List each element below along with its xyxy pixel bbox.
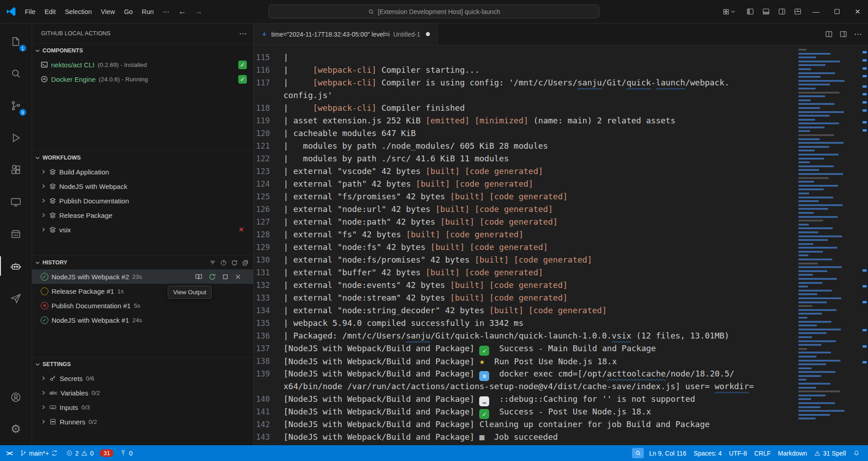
code-line[interactable]: 124| external "path" 42 bytes [built] [c… (254, 178, 788, 190)
minimap[interactable] (796, 45, 847, 445)
history-header[interactable]: HISTORY (32, 256, 253, 269)
code-line[interactable]: 128| external "fs" 42 bytes [built] [cod… (254, 228, 788, 241)
zoom-status-icon[interactable] (632, 448, 644, 458)
workflow-item[interactable]: Release Package (32, 208, 253, 222)
component-ok-checkbox[interactable] (238, 75, 247, 84)
setting-item[interactable]: Variables 0/2 (32, 386, 253, 400)
setting-item[interactable]: Inputs 0/3 (32, 400, 253, 414)
code-line[interactable]: 134| external "node:string_decoder" 42 b… (254, 304, 788, 317)
workflow-item[interactable]: Publish Documentation (32, 193, 253, 208)
ports-item[interactable]: 0 (116, 445, 136, 461)
activity-containers[interactable] (0, 218, 32, 250)
history-item[interactable]: Publish Documentation #1 5s (32, 298, 253, 313)
activity-remote-explorer[interactable] (0, 186, 32, 218)
encoding[interactable]: UTF-8 (726, 450, 751, 457)
close-button[interactable]: ✕ (847, 0, 868, 23)
menu-edit[interactable]: Edit (40, 6, 60, 18)
activity-search[interactable] (0, 57, 32, 89)
workflows-header[interactable]: WORKFLOWS (32, 151, 253, 165)
code-line[interactable]: 129| external "node:fs" 42 bytes [built]… (254, 241, 788, 254)
language-mode[interactable]: Markdown (774, 450, 811, 457)
modified-dot-icon[interactable] (426, 32, 430, 36)
overview-ruler[interactable] (861, 45, 868, 445)
toggle-sidebar-icon[interactable] (742, 8, 758, 15)
menu-go[interactable]: Go (119, 6, 137, 18)
history-item[interactable]: NodeJS with Webpack #2 23s (32, 269, 253, 284)
problems-item[interactable]: 2 0 (62, 445, 97, 461)
activity-run-debug[interactable] (0, 122, 32, 154)
history-item[interactable]: Release Package #1 1s (32, 284, 253, 298)
code-line[interactable]: 115| (254, 51, 788, 64)
code-line[interactable]: x64/bin/node /var/run/act/actions/action… (254, 380, 788, 393)
code-line[interactable]: 126| external "node:url" 42 bytes [built… (254, 203, 788, 216)
activity-paper-plane[interactable] (0, 282, 32, 314)
setting-item[interactable]: Runners 0/2 (32, 414, 253, 429)
workflow-item[interactable]: vsix (32, 222, 253, 237)
stop-icon[interactable] (222, 273, 229, 280)
filter-icon[interactable] (209, 259, 216, 266)
code-line[interactable]: 142[NodeJS with Webpack/Build and Packag… (254, 418, 788, 431)
code-line[interactable]: 141[NodeJS with Webpack/Build and Packag… (254, 405, 788, 418)
workflow-item[interactable]: NodeJS with Webpack (32, 179, 253, 193)
remote-indicator[interactable]: >< (5, 445, 15, 461)
menu-selection[interactable]: Selection (60, 6, 96, 18)
command-center-search[interactable]: [Extension Development Host] quick-launc… (269, 5, 599, 19)
tab-untitled-1[interactable]: time="2024-11-17T18:32:43-05:00" level=i… (254, 24, 438, 45)
component-ok-checkbox[interactable] (238, 61, 247, 69)
spell-error-badge[interactable]: 31 (100, 449, 113, 457)
toggle-secondary-sidebar-icon[interactable] (774, 8, 790, 15)
code-line[interactable]: 135| webpack 5.94.0 compiled successfull… (254, 317, 788, 329)
editor-code[interactable]: 115|116| [webpack-cli] Compiler starting… (254, 45, 788, 445)
maximize-button[interactable] (826, 0, 847, 23)
spell-status[interactable]: 31 Spell (811, 450, 849, 457)
refresh-icon[interactable] (231, 259, 238, 266)
component-item[interactable]: Docker Engine (24.0.6) - Running (32, 72, 253, 86)
code-line[interactable]: 133| external "node:stream" 42 bytes [bu… (254, 292, 788, 304)
code-line[interactable]: 143[NodeJS with Webpack/Build and Packag… (254, 431, 788, 443)
workflow-item[interactable]: Build Application (32, 165, 253, 179)
nav-forward-icon[interactable]: → (190, 7, 207, 16)
nav-back-icon[interactable]: ← (174, 7, 190, 16)
code-line[interactable]: 121| modules by path ./node_modules/ 605… (254, 140, 788, 152)
code-line[interactable]: 122| modules by path ./src/ 41.6 KiB 11 … (254, 152, 788, 165)
component-item[interactable]: nektos/act CLI (0.2.69) - Installed (32, 57, 253, 72)
activity-source-control[interactable]: 9 (0, 89, 32, 122)
history-item[interactable]: NodeJS with Webpack #1 24s (32, 313, 253, 327)
cursor-position[interactable]: Ln 9, Col 116 (646, 450, 690, 457)
code-line[interactable]: 131| external "buffer" 42 bytes [built] … (254, 266, 788, 279)
code-line[interactable]: 138[NodeJS with Webpack/Build and Packag… (254, 355, 788, 367)
view-output-icon[interactable] (195, 273, 203, 281)
menu-view[interactable]: View (96, 6, 119, 18)
code-line[interactable]: 117| [webpack-cli] Compiler is using con… (254, 76, 788, 89)
code-line[interactable]: 116| [webpack-cli] Compiler starting... (254, 64, 788, 76)
git-branch-item[interactable]: main*+ (16, 445, 61, 461)
components-header[interactable]: COMPONENTS (32, 44, 253, 57)
code-line[interactable]: 118| [webpack-cli] Compiler finished (254, 102, 788, 114)
restart-icon[interactable] (208, 273, 216, 281)
code-line[interactable]: 132| external "node:events" 42 bytes [bu… (254, 279, 788, 292)
more-menus-button[interactable]: ⋯ (158, 6, 174, 18)
code-line[interactable]: 119| asset extension.js 252 KiB [emitted… (254, 114, 788, 127)
activity-extensions[interactable] (0, 154, 32, 186)
customize-layout-icon[interactable] (790, 8, 806, 15)
sidebar-more-actions-icon[interactable]: ⋯ (239, 29, 247, 38)
code-line[interactable]: 127| external "node:path" 42 bytes [buil… (254, 216, 788, 228)
code-line[interactable]: config.js' (254, 89, 788, 102)
menu-file[interactable]: File (20, 6, 40, 18)
toggle-panel-icon[interactable] (758, 8, 774, 15)
more-actions-icon[interactable]: ⋯ (854, 29, 862, 39)
code-line[interactable]: 139[NodeJS with Webpack/Build and Packag… (254, 367, 788, 380)
indentation[interactable]: Spaces: 4 (690, 450, 725, 457)
open-changes-icon[interactable] (825, 30, 833, 38)
activity-github-local-actions[interactable] (0, 250, 32, 282)
code-line[interactable]: 130| external "node:fs/promises" 42 byte… (254, 254, 788, 266)
workflow-error-icon[interactable] (238, 226, 244, 234)
account-icon[interactable] (0, 381, 32, 413)
code-line[interactable]: 120| cacheable modules 647 KiB (254, 127, 788, 140)
eol-sequence[interactable]: CRLF (750, 450, 774, 457)
collapse-all-icon[interactable] (242, 259, 249, 266)
code-line[interactable]: 140[NodeJS with Webpack/Build and Packag… (254, 393, 788, 405)
help-icon[interactable] (220, 259, 227, 266)
dismiss-icon[interactable] (235, 273, 241, 280)
code-line[interactable]: 123| external "vscode" 42 bytes [built] … (254, 165, 788, 178)
